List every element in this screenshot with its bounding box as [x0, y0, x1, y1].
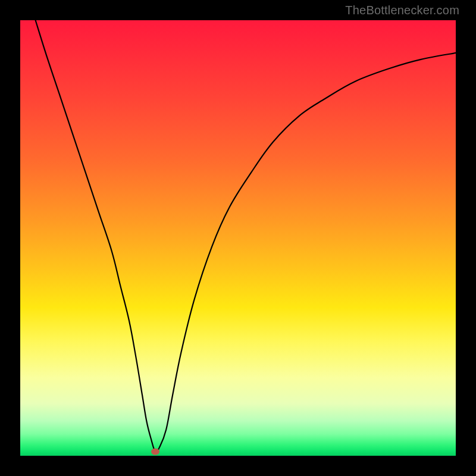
chart-frame: TheBottlenecker.com	[0, 0, 476, 476]
optimum-marker	[151, 448, 159, 455]
curve-svg	[20, 20, 456, 456]
bottleneck-curve	[36, 20, 456, 452]
attribution-text: TheBottlenecker.com	[345, 4, 459, 17]
plot-area	[20, 20, 456, 456]
